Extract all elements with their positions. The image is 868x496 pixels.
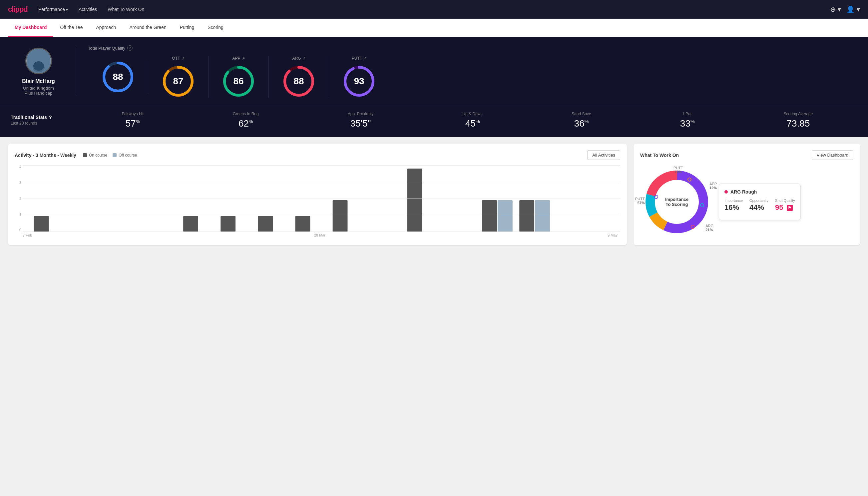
ring-ott: 87	[161, 65, 195, 98]
stat-sandsave-label: Sand Save	[571, 112, 591, 116]
stat-fairways-value: 57%	[122, 118, 144, 129]
stat-app-proximity: App. Proximity 35'5"	[348, 112, 373, 129]
stat-oneputt-label: 1 Putt	[680, 112, 695, 116]
tab-scoring[interactable]: Scoring	[201, 19, 230, 37]
svg-rect-25	[519, 200, 534, 232]
tooltip-shot-quality: Shot Quality 95 ⚑	[775, 199, 795, 212]
tab-approach[interactable]: Approach	[89, 19, 123, 37]
scores-help-icon[interactable]: ?	[127, 45, 132, 51]
score-card-total: 88	[88, 60, 148, 94]
ring-putt: 93	[343, 65, 376, 98]
scores-section: Total Player Quality ? 88 OTT	[77, 45, 857, 98]
what-to-work-on-card: What To Work On View Dashboard	[633, 143, 860, 245]
scores-header-label: Total Player Quality	[88, 46, 125, 51]
ann-arg-value: 21%	[706, 228, 713, 232]
score-card-ott: OTT ↗ 87	[148, 56, 208, 98]
nav-performance[interactable]: Performance	[38, 7, 68, 12]
tab-my-dashboard[interactable]: My Dashboard	[8, 19, 53, 37]
ring-total-value: 88	[113, 72, 123, 82]
tooltip-shot-quality-value: 95 ⚑	[775, 203, 795, 212]
stat-scoring-average: Scoring Average 73.85	[784, 112, 813, 129]
stat-one-putt: 1 Putt 33%	[680, 112, 695, 129]
stats-help-icon[interactable]: ?	[49, 114, 52, 120]
tooltip-title-row: ARG Rough	[724, 189, 795, 195]
stat-fairways-hit: Fairways Hit 57%	[122, 112, 144, 129]
tooltip-importance: Importance 16%	[724, 199, 743, 212]
ott-arrow-icon: ↗	[182, 56, 185, 61]
ring-arg-value: 88	[294, 76, 304, 87]
tooltip-importance-label: Importance	[724, 199, 743, 203]
x-label-may: 9 May	[607, 233, 617, 237]
score-label-putt: PUTT ↗	[352, 56, 366, 61]
tooltip-opportunity-label: Opportunity	[749, 199, 769, 203]
x-label-feb: 7 Feb	[23, 233, 32, 237]
stat-proximity-value: 35'5"	[348, 118, 373, 129]
svg-rect-23	[482, 200, 497, 232]
nav-left: clippd Performance Activities What To Wo…	[8, 5, 144, 14]
donut-chart-wrapper: Importance To Scoring PUTT 10% APP 12% A…	[640, 165, 713, 238]
wtwo-header: What To Work On View Dashboard	[640, 150, 853, 160]
score-label-arg: ARG ↗	[292, 56, 305, 61]
ann-arg-label: ARG	[706, 224, 713, 228]
stat-oneputt-value: 33%	[680, 118, 695, 129]
tooltip-dot	[724, 190, 728, 193]
donut-label-main: Importance	[665, 197, 689, 202]
svg-rect-20	[296, 216, 311, 232]
stat-scoring-label: Scoring Average	[784, 112, 813, 116]
svg-point-4	[33, 61, 44, 71]
sub-navigation: My Dashboard Off the Tee Approach Around…	[0, 19, 868, 37]
user-icon[interactable]: 👤 ▾	[846, 5, 860, 13]
ann-putt-value: 57%	[635, 201, 645, 205]
hero-section: Blair McHarg United Kingdom Plus Handica…	[0, 37, 868, 106]
ring-putt-value: 93	[354, 76, 364, 87]
all-activities-button[interactable]: All Activities	[587, 150, 620, 160]
score-cards: 88 OTT ↗ 87 AP	[88, 56, 857, 98]
y-label-1: 1	[15, 213, 21, 216]
app-arrow-icon: ↗	[242, 56, 245, 61]
nav-what-to-work-on[interactable]: What To Work On	[108, 7, 144, 12]
view-dashboard-button[interactable]: View Dashboard	[812, 150, 853, 160]
wtwo-tooltip: ARG Rough Importance 16% Opportunity 44%…	[719, 184, 801, 220]
tab-around-the-green[interactable]: Around the Green	[123, 19, 173, 37]
stat-scoring-value: 73.85	[784, 118, 813, 129]
wtwo-content: Importance To Scoring PUTT 10% APP 12% A…	[640, 165, 853, 238]
nav-links: Performance Activities What To Work On	[38, 7, 144, 12]
stats-header: Traditional Stats ? Last 20 rounds	[11, 114, 77, 126]
y-label-0: 0	[15, 228, 21, 232]
stat-greens-label: Greens In Reg	[233, 112, 259, 116]
ann-ott-value: 10%	[674, 170, 683, 174]
stats-title: Traditional Stats ?	[11, 114, 67, 120]
ann-app: APP 12%	[709, 182, 717, 190]
score-label-ott: OTT ↗	[172, 56, 185, 61]
logo[interactable]: clippd	[8, 5, 28, 14]
y-label-2: 2	[15, 197, 21, 201]
ann-app-label: APP	[709, 182, 717, 186]
player-handicap: Plus Handicap	[25, 91, 53, 96]
ring-arg: 88	[282, 65, 315, 98]
legend-off-course-dot	[113, 153, 116, 157]
scores-header: Total Player Quality ?	[88, 45, 857, 51]
nav-activities[interactable]: Activities	[79, 7, 97, 12]
chart-left: Activity - 3 Months - Weekly On course O…	[15, 153, 137, 158]
main-content: Activity - 3 Months - Weekly On course O…	[0, 137, 868, 252]
svg-rect-24	[498, 200, 512, 232]
score-card-app: APP ↗ 86	[208, 56, 269, 98]
tab-putting[interactable]: Putting	[173, 19, 201, 37]
ring-total: 88	[101, 60, 135, 94]
stat-greens-in-reg: Greens In Reg 62%	[233, 112, 259, 129]
flag-icon: ⚑	[787, 205, 793, 211]
add-icon[interactable]: ⊕ ▾	[830, 5, 841, 13]
ann-app-value: 12%	[709, 186, 717, 190]
ring-ott-value: 87	[173, 76, 183, 87]
ann-putt: PUTT 57%	[635, 197, 645, 205]
legend-off-course-label: Off course	[119, 153, 137, 158]
chart-header: Activity - 3 Months - Weekly On course O…	[15, 150, 620, 160]
avatar-placeholder	[26, 49, 51, 73]
tab-off-the-tee[interactable]: Off the Tee	[53, 19, 89, 37]
svg-rect-17	[183, 216, 198, 232]
ann-arg: ARG 21%	[706, 224, 713, 232]
ann-ott-label: PUTT	[674, 166, 683, 170]
x-axis-labels: 7 Feb 28 Mar 9 May	[15, 232, 620, 237]
svg-rect-26	[535, 200, 550, 232]
player-name: Blair McHarg	[22, 78, 55, 84]
